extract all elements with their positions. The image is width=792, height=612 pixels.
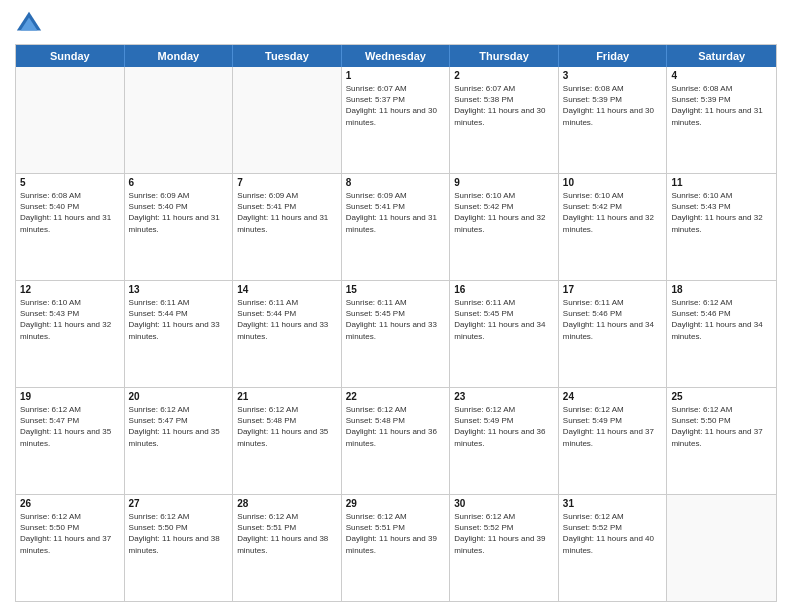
day-number: 31 — [563, 498, 663, 509]
calendar-cell: 5Sunrise: 6:08 AMSunset: 5:40 PMDaylight… — [16, 174, 125, 280]
day-number: 4 — [671, 70, 772, 81]
day-number: 19 — [20, 391, 120, 402]
day-number: 21 — [237, 391, 337, 402]
day-number: 1 — [346, 70, 446, 81]
calendar-cell: 24Sunrise: 6:12 AMSunset: 5:49 PMDayligh… — [559, 388, 668, 494]
cell-info: Sunrise: 6:12 AMSunset: 5:46 PMDaylight:… — [671, 297, 772, 342]
cell-info: Sunrise: 6:12 AMSunset: 5:49 PMDaylight:… — [563, 404, 663, 449]
calendar-cell: 7Sunrise: 6:09 AMSunset: 5:41 PMDaylight… — [233, 174, 342, 280]
calendar-cell: 22Sunrise: 6:12 AMSunset: 5:48 PMDayligh… — [342, 388, 451, 494]
cell-info: Sunrise: 6:12 AMSunset: 5:50 PMDaylight:… — [20, 511, 120, 556]
day-number: 10 — [563, 177, 663, 188]
calendar-cell: 16Sunrise: 6:11 AMSunset: 5:45 PMDayligh… — [450, 281, 559, 387]
day-number: 18 — [671, 284, 772, 295]
calendar-body: 1Sunrise: 6:07 AMSunset: 5:37 PMDaylight… — [16, 67, 776, 601]
cell-info: Sunrise: 6:10 AMSunset: 5:42 PMDaylight:… — [454, 190, 554, 235]
cell-info: Sunrise: 6:08 AMSunset: 5:39 PMDaylight:… — [563, 83, 663, 128]
logo-icon — [15, 10, 43, 38]
header-sunday: Sunday — [16, 45, 125, 67]
cell-info: Sunrise: 6:11 AMSunset: 5:45 PMDaylight:… — [346, 297, 446, 342]
cell-info: Sunrise: 6:12 AMSunset: 5:50 PMDaylight:… — [129, 511, 229, 556]
day-number: 13 — [129, 284, 229, 295]
calendar-cell — [233, 67, 342, 173]
day-number: 16 — [454, 284, 554, 295]
calendar-cell: 15Sunrise: 6:11 AMSunset: 5:45 PMDayligh… — [342, 281, 451, 387]
calendar-cell: 8Sunrise: 6:09 AMSunset: 5:41 PMDaylight… — [342, 174, 451, 280]
calendar-row-3: 19Sunrise: 6:12 AMSunset: 5:47 PMDayligh… — [16, 388, 776, 495]
calendar-row-0: 1Sunrise: 6:07 AMSunset: 5:37 PMDaylight… — [16, 67, 776, 174]
calendar-header: Sunday Monday Tuesday Wednesday Thursday… — [16, 45, 776, 67]
day-number: 25 — [671, 391, 772, 402]
calendar-cell: 31Sunrise: 6:12 AMSunset: 5:52 PMDayligh… — [559, 495, 668, 601]
calendar-cell: 26Sunrise: 6:12 AMSunset: 5:50 PMDayligh… — [16, 495, 125, 601]
calendar-cell: 25Sunrise: 6:12 AMSunset: 5:50 PMDayligh… — [667, 388, 776, 494]
cell-info: Sunrise: 6:11 AMSunset: 5:44 PMDaylight:… — [129, 297, 229, 342]
calendar: Sunday Monday Tuesday Wednesday Thursday… — [15, 44, 777, 602]
day-number: 11 — [671, 177, 772, 188]
day-number: 12 — [20, 284, 120, 295]
cell-info: Sunrise: 6:07 AMSunset: 5:38 PMDaylight:… — [454, 83, 554, 128]
calendar-cell — [125, 67, 234, 173]
cell-info: Sunrise: 6:12 AMSunset: 5:48 PMDaylight:… — [346, 404, 446, 449]
calendar-cell: 11Sunrise: 6:10 AMSunset: 5:43 PMDayligh… — [667, 174, 776, 280]
calendar-cell: 19Sunrise: 6:12 AMSunset: 5:47 PMDayligh… — [16, 388, 125, 494]
calendar-cell: 9Sunrise: 6:10 AMSunset: 5:42 PMDaylight… — [450, 174, 559, 280]
calendar-cell: 2Sunrise: 6:07 AMSunset: 5:38 PMDaylight… — [450, 67, 559, 173]
calendar-row-1: 5Sunrise: 6:08 AMSunset: 5:40 PMDaylight… — [16, 174, 776, 281]
calendar-cell: 20Sunrise: 6:12 AMSunset: 5:47 PMDayligh… — [125, 388, 234, 494]
day-number: 30 — [454, 498, 554, 509]
header-wednesday: Wednesday — [342, 45, 451, 67]
day-number: 8 — [346, 177, 446, 188]
calendar-cell — [667, 495, 776, 601]
cell-info: Sunrise: 6:12 AMSunset: 5:52 PMDaylight:… — [563, 511, 663, 556]
day-number: 17 — [563, 284, 663, 295]
header-saturday: Saturday — [667, 45, 776, 67]
day-number: 6 — [129, 177, 229, 188]
cell-info: Sunrise: 6:09 AMSunset: 5:41 PMDaylight:… — [346, 190, 446, 235]
day-number: 24 — [563, 391, 663, 402]
header-friday: Friday — [559, 45, 668, 67]
day-number: 3 — [563, 70, 663, 81]
calendar-cell: 28Sunrise: 6:12 AMSunset: 5:51 PMDayligh… — [233, 495, 342, 601]
day-number: 14 — [237, 284, 337, 295]
calendar-cell: 21Sunrise: 6:12 AMSunset: 5:48 PMDayligh… — [233, 388, 342, 494]
calendar-cell: 18Sunrise: 6:12 AMSunset: 5:46 PMDayligh… — [667, 281, 776, 387]
cell-info: Sunrise: 6:09 AMSunset: 5:40 PMDaylight:… — [129, 190, 229, 235]
calendar-cell — [16, 67, 125, 173]
cell-info: Sunrise: 6:10 AMSunset: 5:42 PMDaylight:… — [563, 190, 663, 235]
calendar-cell: 3Sunrise: 6:08 AMSunset: 5:39 PMDaylight… — [559, 67, 668, 173]
day-number: 2 — [454, 70, 554, 81]
cell-info: Sunrise: 6:12 AMSunset: 5:49 PMDaylight:… — [454, 404, 554, 449]
cell-info: Sunrise: 6:12 AMSunset: 5:47 PMDaylight:… — [20, 404, 120, 449]
cell-info: Sunrise: 6:10 AMSunset: 5:43 PMDaylight:… — [671, 190, 772, 235]
day-number: 15 — [346, 284, 446, 295]
day-number: 22 — [346, 391, 446, 402]
calendar-cell: 14Sunrise: 6:11 AMSunset: 5:44 PMDayligh… — [233, 281, 342, 387]
cell-info: Sunrise: 6:07 AMSunset: 5:37 PMDaylight:… — [346, 83, 446, 128]
cell-info: Sunrise: 6:11 AMSunset: 5:45 PMDaylight:… — [454, 297, 554, 342]
calendar-cell: 4Sunrise: 6:08 AMSunset: 5:39 PMDaylight… — [667, 67, 776, 173]
cell-info: Sunrise: 6:09 AMSunset: 5:41 PMDaylight:… — [237, 190, 337, 235]
calendar-cell: 6Sunrise: 6:09 AMSunset: 5:40 PMDaylight… — [125, 174, 234, 280]
day-number: 7 — [237, 177, 337, 188]
header-monday: Monday — [125, 45, 234, 67]
calendar-row-2: 12Sunrise: 6:10 AMSunset: 5:43 PMDayligh… — [16, 281, 776, 388]
day-number: 29 — [346, 498, 446, 509]
day-number: 20 — [129, 391, 229, 402]
day-number: 9 — [454, 177, 554, 188]
cell-info: Sunrise: 6:12 AMSunset: 5:51 PMDaylight:… — [346, 511, 446, 556]
day-number: 5 — [20, 177, 120, 188]
cell-info: Sunrise: 6:11 AMSunset: 5:46 PMDaylight:… — [563, 297, 663, 342]
day-number: 27 — [129, 498, 229, 509]
cell-info: Sunrise: 6:08 AMSunset: 5:39 PMDaylight:… — [671, 83, 772, 128]
cell-info: Sunrise: 6:08 AMSunset: 5:40 PMDaylight:… — [20, 190, 120, 235]
header-tuesday: Tuesday — [233, 45, 342, 67]
calendar-cell: 29Sunrise: 6:12 AMSunset: 5:51 PMDayligh… — [342, 495, 451, 601]
day-number: 26 — [20, 498, 120, 509]
cell-info: Sunrise: 6:12 AMSunset: 5:50 PMDaylight:… — [671, 404, 772, 449]
calendar-cell: 30Sunrise: 6:12 AMSunset: 5:52 PMDayligh… — [450, 495, 559, 601]
calendar-cell: 23Sunrise: 6:12 AMSunset: 5:49 PMDayligh… — [450, 388, 559, 494]
calendar-cell: 27Sunrise: 6:12 AMSunset: 5:50 PMDayligh… — [125, 495, 234, 601]
cell-info: Sunrise: 6:11 AMSunset: 5:44 PMDaylight:… — [237, 297, 337, 342]
logo — [15, 10, 47, 38]
